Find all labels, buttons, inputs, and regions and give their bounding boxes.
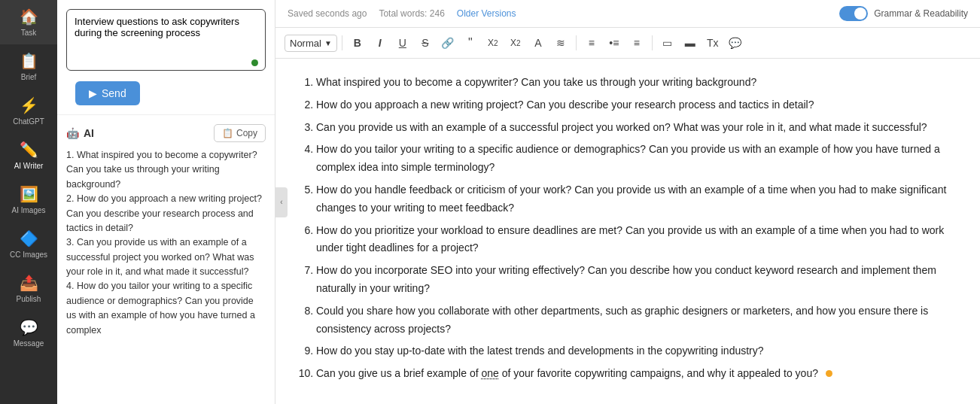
sidebar-item-ai-images[interactable]: 🖼️ AI Images: [0, 178, 57, 222]
sidebar-item-brief-label: Brief: [21, 73, 37, 81]
sidebar-item-ai-writer-label: AI Writer: [14, 162, 44, 170]
editor-list: What inspired you to become a copywriter…: [298, 74, 957, 383]
grammar-toggle-label: Grammar & Readability: [874, 8, 968, 19]
brief-icon: 📋: [20, 52, 38, 70]
format-label: Normal: [290, 38, 321, 49]
sidebar-item-chatgpt[interactable]: ⚡ ChatGPT: [0, 89, 57, 133]
toolbar-separator-2: [576, 35, 577, 50]
toolbar-separator-3: [652, 35, 653, 50]
format-select[interactable]: Normal ▼: [285, 35, 337, 52]
list-item: Can you provide us with an example of a …: [316, 119, 957, 137]
sidebar-item-cc-images[interactable]: 🔷 CC Images: [0, 222, 57, 266]
list-item: How do you handle feedback or criticism …: [316, 181, 957, 217]
sidebar-item-message-label: Message: [14, 339, 44, 348]
send-label: Send: [102, 87, 126, 99]
list-item: How do you incorporate SEO into your wri…: [316, 262, 957, 298]
sidebar-item-publish[interactable]: 📤 Publish: [0, 266, 57, 311]
chat-input[interactable]: Interview questions to ask copywriters d…: [66, 9, 266, 71]
ai-message-header: 🤖 AI 📋 Copy: [66, 124, 266, 142]
editor-toolbar: Normal ▼ B I U S 🔗 " X2 X2 A ≋ ≡ •≡ ≡ ▭ …: [275, 28, 980, 59]
sidebar-item-task-label: Task: [21, 29, 37, 37]
list-item: Can you give us a brief example of one o…: [316, 365, 957, 383]
ai-robot-icon: 🤖: [66, 127, 79, 139]
sidebar-item-ai-images-label: AI Images: [11, 206, 45, 214]
editor-topbar: Saved seconds ago Total words: 246 Older…: [275, 0, 980, 28]
toolbar-image-button[interactable]: ▭: [657, 32, 678, 53]
saved-status: Saved seconds ago: [288, 8, 367, 19]
grammar-toggle-switch[interactable]: [839, 6, 868, 21]
send-arrow-icon: ▶: [89, 87, 97, 99]
toolbar-separator-1: [342, 35, 342, 50]
sidebar-item-cc-images-label: CC Images: [10, 251, 47, 259]
list-item: How do you stay up-to-date with the late…: [316, 342, 957, 360]
toolbar-italic-button[interactable]: I: [370, 32, 391, 53]
sidebar-item-chatgpt-label: ChatGPT: [13, 117, 44, 126]
chat-panel: Interview questions to ask copywriters d…: [57, 0, 275, 404]
toolbar-quote-button[interactable]: ": [460, 32, 481, 53]
editor-panel: Saved seconds ago Total words: 246 Older…: [275, 0, 980, 404]
toolbar-highlight-button[interactable]: ≋: [550, 32, 571, 53]
sidebar: 🏠 Task 📋 Brief ⚡ ChatGPT ✏️ AI Writer 🖼️…: [0, 0, 57, 404]
chat-input-area: Interview questions to ask copywriters d…: [57, 0, 275, 115]
ai-writer-icon: ✏️: [20, 141, 38, 159]
list-item: How do you tailor your writing to a spec…: [316, 141, 957, 177]
sidebar-item-publish-label: Publish: [17, 295, 41, 303]
list-item: How do you approach a new writing projec…: [316, 96, 957, 114]
chat-messages: 🤖 AI 📋 Copy 1. What inspired you to beco…: [57, 115, 275, 404]
collapse-panel-button[interactable]: ‹: [275, 187, 288, 217]
cc-images-icon: 🔷: [20, 229, 38, 248]
chatgpt-icon: ⚡: [20, 96, 38, 114]
send-button[interactable]: ▶ Send: [75, 81, 140, 105]
toolbar-bold-button[interactable]: B: [347, 32, 368, 53]
ai-label: 🤖 AI: [66, 127, 94, 139]
grammar-toggle: Grammar & Readability: [839, 6, 968, 21]
grammar-dot: [826, 370, 832, 377]
sidebar-item-task[interactable]: 🏠 Task: [0, 0, 57, 44]
chat-input-wrapper: Interview questions to ask copywriters d…: [66, 9, 266, 74]
message-icon: 💬: [20, 318, 38, 336]
sidebar-item-ai-writer[interactable]: ✏️ AI Writer: [0, 133, 57, 178]
editor-content[interactable]: What inspired you to become a copywriter…: [275, 59, 980, 404]
toolbar-comment-button[interactable]: 💬: [725, 32, 746, 53]
toolbar-underline-button[interactable]: U: [392, 32, 413, 53]
toolbar-link-button[interactable]: 🔗: [437, 32, 458, 53]
toolbar-superscript-button[interactable]: X2: [505, 32, 526, 53]
toolbar-unordered-list-button[interactable]: •≡: [604, 32, 625, 53]
input-status-dot: [251, 59, 258, 66]
list-item: What inspired you to become a copywriter…: [316, 74, 957, 92]
sidebar-item-brief[interactable]: 📋 Brief: [0, 44, 57, 89]
format-chevron-icon: ▼: [324, 39, 332, 47]
toolbar-table-button[interactable]: ▬: [680, 32, 701, 53]
ai-images-icon: 🖼️: [20, 185, 38, 203]
toolbar-font-color-button[interactable]: A: [528, 32, 549, 53]
toolbar-ordered-list-button[interactable]: ≡: [581, 32, 602, 53]
word-count: Total words: 246: [379, 8, 444, 19]
toolbar-subscript-button[interactable]: X2: [482, 32, 504, 53]
toolbar-align-button[interactable]: ≡: [626, 32, 647, 53]
older-versions-button[interactable]: Older Versions: [457, 8, 516, 19]
list-item: How do you prioritize your workload to e…: [316, 222, 957, 258]
list-item: Could you share how you collaborate with…: [316, 302, 957, 339]
sidebar-item-message[interactable]: 💬 Message: [0, 311, 57, 355]
grammar-highlight: one: [481, 367, 498, 379]
task-icon: 🏠: [20, 8, 38, 26]
toolbar-strikethrough-button[interactable]: S: [415, 32, 436, 53]
publish-icon: 📤: [20, 274, 38, 292]
copy-button[interactable]: 📋 Copy: [214, 124, 266, 142]
chat-message-text: 1. What inspired you to become a copywri…: [66, 148, 266, 338]
toolbar-clear-format-button[interactable]: Tx: [702, 32, 723, 53]
copy-icon: 📋: [222, 128, 233, 138]
